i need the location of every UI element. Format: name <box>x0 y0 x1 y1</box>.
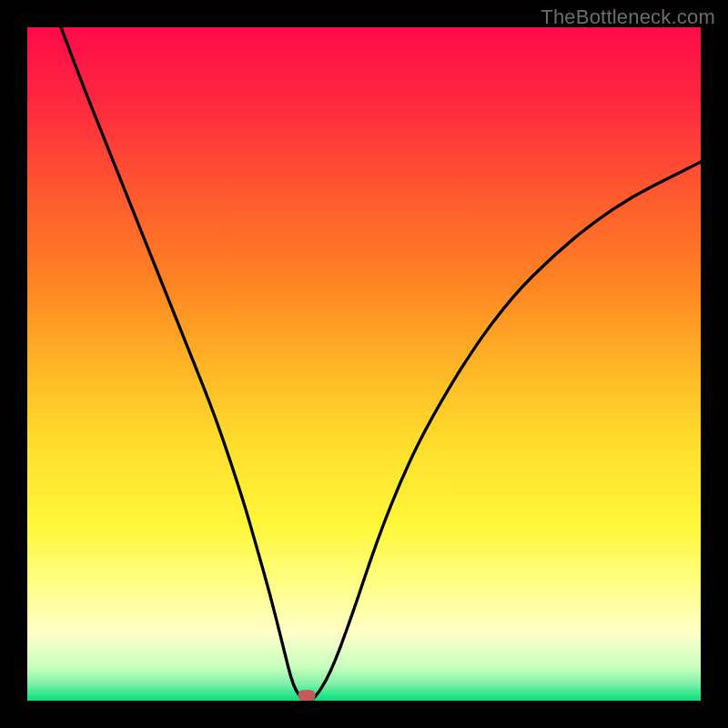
watermark-text: TheBottleneck.com <box>541 5 715 29</box>
valley-marker <box>298 690 316 701</box>
plot-background <box>27 27 701 701</box>
plot-area <box>27 27 701 701</box>
chart-frame: TheBottleneck.com <box>0 0 728 728</box>
